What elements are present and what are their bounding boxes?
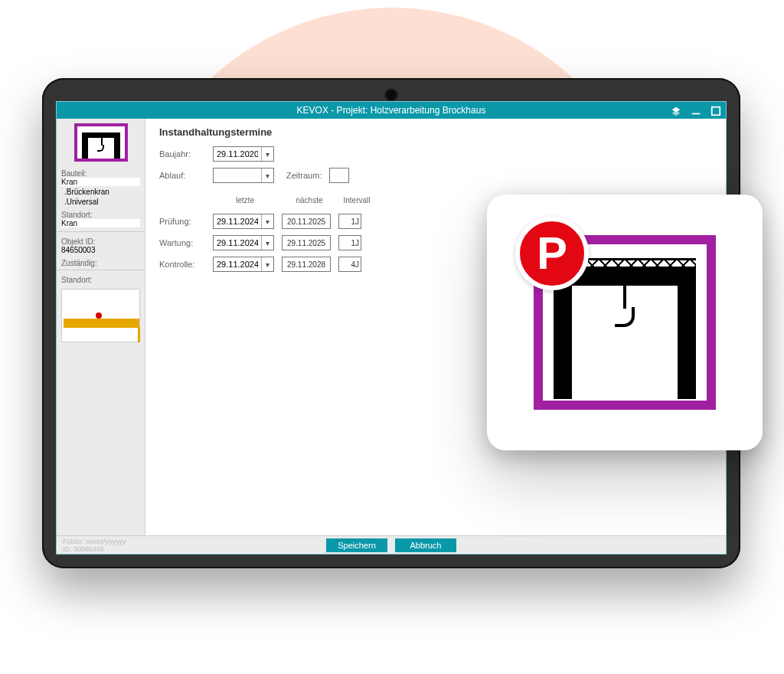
folder-info: Folder: xxxxx/yyyyyy: [63, 538, 126, 545]
overlay-card: P: [487, 195, 763, 450]
baujahr-label: Baujahr:: [159, 149, 205, 159]
col-naechste: nächste: [285, 196, 334, 204]
pruefung-naechste-field[interactable]: 20.11.2025: [282, 214, 331, 229]
ablauf-field[interactable]: ▾: [213, 168, 274, 183]
bauteil-value[interactable]: Kran: [61, 178, 140, 186]
col-intervall: Intervall: [341, 196, 372, 204]
wartung-letzte-field[interactable]: ▾: [213, 235, 274, 250]
save-button[interactable]: Speichern: [326, 538, 387, 552]
bauteil-value[interactable]: .Universal: [61, 198, 140, 206]
wartung-label: Wartung:: [159, 238, 205, 247]
layers-icon[interactable]: [671, 105, 681, 116]
kontrolle-label: Kontrolle:: [159, 260, 205, 269]
calendar-icon[interactable]: ▾: [261, 214, 273, 228]
id-info: ID: 00086465: [63, 545, 104, 553]
zeitraum-field[interactable]: [329, 168, 349, 183]
sidebar: Bauteil: Kran .Brückenkran .Universal St…: [57, 119, 145, 535]
objekt-id-value: 84650003: [61, 246, 140, 254]
wartung-intervall-field[interactable]: 1J: [338, 235, 361, 250]
maximize-icon[interactable]: [710, 105, 721, 116]
minimize-icon[interactable]: [691, 105, 701, 116]
location-thumbnail[interactable]: [61, 289, 140, 342]
kontrolle-naechste-field[interactable]: 29.11.2028: [282, 257, 331, 272]
calendar-icon[interactable]: ▾: [261, 147, 273, 161]
standort-label: Standort:: [61, 211, 140, 219]
pruefung-label: Prüfung:: [159, 217, 205, 226]
calendar-icon[interactable]: ▾: [261, 257, 273, 271]
ablauf-label: Ablauf:: [159, 171, 205, 180]
kontrolle-intervall-field[interactable]: 4J: [338, 257, 361, 272]
crane-icon: P: [534, 235, 716, 410]
ablauf-input[interactable]: [214, 171, 261, 180]
page-title: Instandhaltungstermine: [159, 126, 712, 138]
standort2-label: Standort:: [61, 276, 140, 284]
standort-value[interactable]: Kran: [61, 219, 140, 227]
baujahr-field[interactable]: ▾: [213, 146, 274, 162]
zeitraum-label: Zeitraum:: [286, 171, 322, 180]
svg-rect-3: [712, 107, 720, 116]
pruefung-letzte-field[interactable]: ▾: [213, 214, 274, 229]
camera-icon: [386, 90, 397, 100]
wartung-naechste-field[interactable]: 29.11.2025: [282, 235, 331, 250]
zustaendig-label: Zuständig:: [61, 259, 140, 267]
calendar-icon[interactable]: ▾: [261, 236, 273, 250]
footer: Folder: xxxxx/yyyyyy ID: 00086465 Speich…: [57, 535, 726, 554]
calendar-icon[interactable]: ▾: [261, 168, 273, 182]
svg-rect-2: [692, 113, 701, 115]
p-badge: P: [515, 217, 589, 290]
svg-marker-1: [672, 110, 681, 116]
objekt-id-label: Objekt ID:: [61, 237, 140, 246]
pruefung-intervall-field[interactable]: 1J: [338, 214, 361, 229]
baujahr-input[interactable]: [214, 149, 261, 159]
object-thumbnail[interactable]: [74, 123, 128, 162]
bauteil-label: Bauteil:: [61, 169, 140, 178]
kontrolle-letzte-field[interactable]: ▾: [213, 257, 274, 272]
window-title: KEVOX - Projekt: Holzverarbeitung Brockh…: [297, 105, 486, 116]
titlebar: KEVOX - Projekt: Holzverarbeitung Brockh…: [57, 102, 726, 119]
col-letzte: letzte: [213, 196, 277, 204]
cancel-button[interactable]: Abbruch: [395, 538, 456, 552]
bauteil-value[interactable]: .Brückenkran: [61, 188, 140, 196]
